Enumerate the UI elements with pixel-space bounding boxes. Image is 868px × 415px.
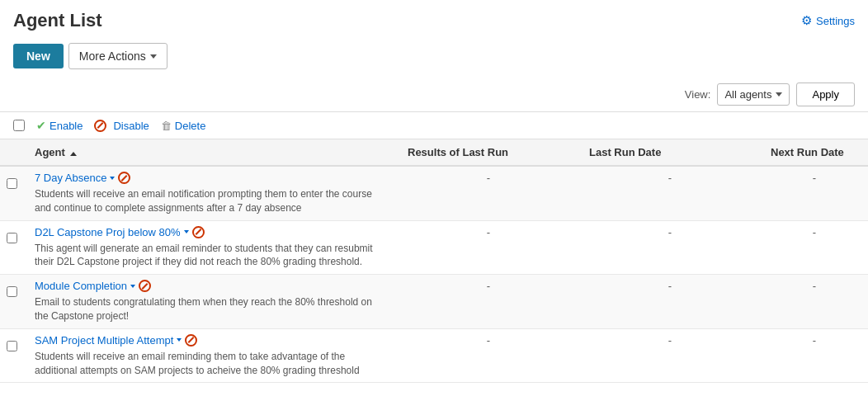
row-checkbox-cell <box>0 220 25 275</box>
results-cell: - <box>398 275 579 329</box>
col-checkbox-header <box>0 139 25 166</box>
agent-disabled-icon <box>118 172 130 184</box>
delete-button[interactable]: 🗑 Delete <box>161 120 206 132</box>
lastrun-value: - <box>668 172 672 184</box>
nextrun-value: - <box>813 280 816 292</box>
results-cell: - <box>398 220 579 275</box>
nextrun-value: - <box>813 226 816 238</box>
row-checkbox-cell <box>0 166 25 220</box>
settings-label: Settings <box>816 15 855 27</box>
gear-icon: ⚙ <box>801 13 812 28</box>
table-row: Module Completion Email to students cong… <box>0 275 868 329</box>
row-checkbox[interactable] <box>7 178 17 189</box>
agent-name-link[interactable]: SAM Project Multiple Attempt <box>35 334 173 347</box>
agent-description: Email to students congratulating them wh… <box>35 295 388 323</box>
settings-link[interactable]: ⚙ Settings <box>801 13 855 28</box>
results-value: - <box>487 280 490 292</box>
action-bar: ✔ Enable Disable 🗑 Delete <box>0 112 868 139</box>
table-header-row: Agent Results of Last Run Last Run Date … <box>0 139 868 166</box>
agent-dropdown-arrow-icon <box>184 230 189 233</box>
agent-name-link[interactable]: Module Completion <box>35 280 127 292</box>
agent-cell: Module Completion Email to students cong… <box>25 275 398 329</box>
nextrun-cell: - <box>761 220 868 275</box>
toolbar: New More Actions <box>0 38 868 78</box>
nextrun-cell: - <box>761 328 868 383</box>
agent-dropdown-button[interactable] <box>177 338 182 342</box>
agent-cell: 7 Day Absence Students will receive an e… <box>25 166 398 220</box>
agent-description: Students will receive an email reminding… <box>35 350 388 378</box>
view-label: View: <box>685 88 711 101</box>
agent-dropdown-arrow-icon <box>110 177 115 180</box>
agent-name-link[interactable]: 7 Day Absence <box>35 172 106 184</box>
view-select-arrow-icon <box>776 92 782 97</box>
more-actions-button[interactable]: More Actions <box>68 43 167 69</box>
page-header: Agent List ⚙ Settings <box>0 0 868 38</box>
results-cell: - <box>398 166 579 220</box>
lastrun-value: - <box>668 280 672 292</box>
sort-arrow-icon <box>70 152 77 156</box>
new-button[interactable]: New <box>13 44 64 68</box>
agent-dropdown-button[interactable] <box>130 285 135 288</box>
disable-button[interactable]: Disable <box>94 120 149 132</box>
agent-dropdown-arrow-icon <box>130 285 135 288</box>
row-checkbox[interactable] <box>7 286 17 297</box>
agent-cell: D2L Capstone Proj below 80% This agent w… <box>25 220 398 275</box>
agent-description: This agent will generate an email remind… <box>35 242 388 270</box>
agent-dropdown-button[interactable] <box>184 230 189 233</box>
view-option: All agents <box>724 88 771 101</box>
table-row: 7 Day Absence Students will receive an e… <box>0 166 868 220</box>
more-actions-label: More Actions <box>79 50 146 63</box>
enable-button[interactable]: ✔ Enable <box>36 119 83 132</box>
table-row: D2L Capstone Proj below 80% This agent w… <box>0 220 868 275</box>
nextrun-value: - <box>813 334 816 347</box>
lastrun-cell: - <box>579 328 761 383</box>
nextrun-cell: - <box>761 275 868 329</box>
agent-dropdown-arrow-icon <box>177 338 182 342</box>
row-checkbox-cell <box>0 275 25 329</box>
results-value: - <box>487 334 490 347</box>
agent-name-row: D2L Capstone Proj below 80% <box>35 226 388 238</box>
agent-name-row: Module Completion <box>35 280 388 292</box>
table-row: SAM Project Multiple Attempt Students wi… <box>0 328 868 383</box>
trash-icon: 🗑 <box>161 120 172 132</box>
view-bar: View: All agents Apply <box>0 78 868 112</box>
lastrun-value: - <box>668 226 672 238</box>
results-value: - <box>487 226 490 238</box>
disable-label: Disable <box>113 120 149 132</box>
col-results-header: Results of Last Run <box>398 139 579 166</box>
enable-icon: ✔ <box>36 119 46 132</box>
agent-disabled-icon <box>192 226 205 238</box>
agent-disabled-icon <box>139 280 151 292</box>
agent-name-row: 7 Day Absence <box>35 172 388 184</box>
agent-dropdown-button[interactable] <box>110 177 115 180</box>
col-nextrun-header: Next Run Date <box>761 139 868 166</box>
agent-table: Agent Results of Last Run Last Run Date … <box>0 139 868 383</box>
delete-label: Delete <box>175 120 206 132</box>
agent-name-link[interactable]: D2L Capstone Proj below 80% <box>35 226 181 238</box>
enable-label: Enable <box>50 120 83 132</box>
select-all-checkbox[interactable] <box>13 120 25 131</box>
results-value: - <box>487 172 490 184</box>
row-checkbox[interactable] <box>7 233 17 243</box>
row-checkbox[interactable] <box>7 341 17 351</box>
disable-icon <box>94 120 106 132</box>
row-checkbox-cell <box>0 328 25 383</box>
lastrun-cell: - <box>579 220 761 275</box>
col-lastrun-header: Last Run Date <box>579 139 761 166</box>
view-select[interactable]: All agents <box>717 83 790 106</box>
agent-cell: SAM Project Multiple Attempt Students wi… <box>25 328 398 383</box>
nextrun-cell: - <box>761 166 868 220</box>
dropdown-arrow-icon <box>150 54 157 59</box>
results-cell: - <box>398 328 579 383</box>
agent-disabled-icon <box>185 334 197 347</box>
nextrun-value: - <box>813 172 816 184</box>
lastrun-cell: - <box>579 166 761 220</box>
col-agent-header[interactable]: Agent <box>25 139 398 166</box>
agent-name-row: SAM Project Multiple Attempt <box>35 334 388 347</box>
agent-description: Students will receive an email notificat… <box>35 187 388 215</box>
lastrun-value: - <box>668 334 672 347</box>
lastrun-cell: - <box>579 275 761 329</box>
apply-button[interactable]: Apply <box>796 83 855 106</box>
page-title: Agent List <box>13 10 102 31</box>
